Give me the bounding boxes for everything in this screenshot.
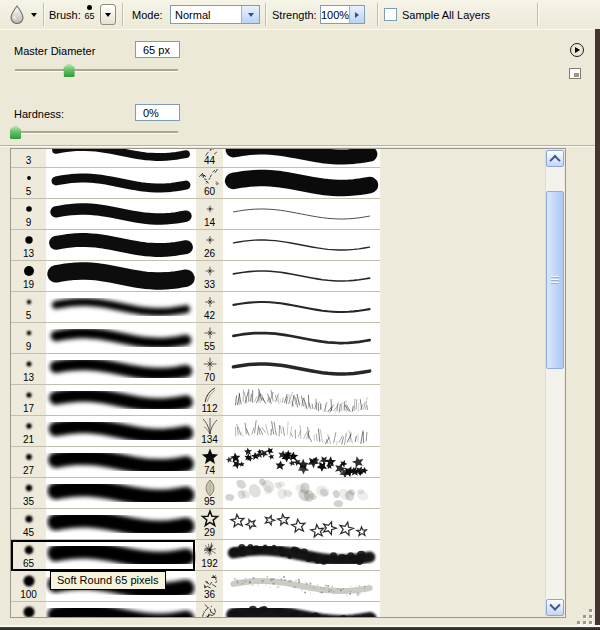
brush-stroke-preview[interactable] xyxy=(46,354,196,384)
brush-tip-icon-star xyxy=(196,354,223,374)
strength-field[interactable]: 100% xyxy=(320,5,365,24)
brush-stroke-preview[interactable] xyxy=(223,571,380,601)
brush-size-label: 192 xyxy=(196,559,223,569)
flyout-arrow-icon xyxy=(575,47,580,53)
brush-tip-icon-dune-grass xyxy=(196,385,223,405)
brush-stroke-preview[interactable] xyxy=(223,168,380,198)
brush-stroke-preview[interactable] xyxy=(46,168,196,198)
brush-tip-icon-soft-round xyxy=(11,478,46,498)
brush-tip-icon-soft-round xyxy=(11,292,46,312)
create-new-brush-button[interactable] xyxy=(569,68,581,79)
brush-picker-panel: Brush: 65 Mode: Normal Strength: 100% Sa… xyxy=(0,0,600,630)
new-brush-fold-icon xyxy=(574,73,579,77)
brush-row: 955 xyxy=(11,323,546,354)
brush-tip-icon-grass xyxy=(196,416,223,436)
brush-stroke-preview[interactable] xyxy=(223,354,380,384)
hardness-slider-thumb[interactable] xyxy=(10,125,21,139)
brush-row: 1326 xyxy=(11,230,546,261)
brush-stroke-preview[interactable] xyxy=(223,230,380,260)
brush-tip-icon-soft-round xyxy=(11,509,46,529)
brush-stroke-preview[interactable] xyxy=(223,447,380,477)
brush-stroke-preview[interactable] xyxy=(46,509,196,539)
hardness-input[interactable] xyxy=(135,104,180,121)
brush-stroke-preview[interactable] xyxy=(223,199,380,229)
brush-stroke-preview[interactable] xyxy=(223,540,380,570)
hardness-slider-track[interactable] xyxy=(10,131,178,133)
brush-preview[interactable]: 65 xyxy=(80,4,99,26)
brush-row: 560 xyxy=(11,168,546,199)
palette-menu-button[interactable] xyxy=(570,43,584,57)
brush-stroke-preview[interactable] xyxy=(223,478,380,508)
brush-size-label: 5 xyxy=(11,311,46,321)
selected-brush-outline xyxy=(11,540,195,571)
brush-stroke-preview[interactable] xyxy=(46,292,196,322)
brush-stroke-preview[interactable] xyxy=(46,261,196,291)
brush-stroke-preview[interactable] xyxy=(223,323,380,353)
brush-tip-icon-hard-round xyxy=(11,168,46,188)
brush-stroke-preview[interactable] xyxy=(223,416,380,446)
brush-stroke-preview[interactable] xyxy=(223,261,380,291)
tool-preset-arrow-icon[interactable] xyxy=(31,13,37,17)
resize-grip[interactable] xyxy=(575,607,593,625)
brush-stroke-preview[interactable] xyxy=(46,149,196,167)
brush-tip-icon-star xyxy=(196,230,223,250)
brush-stroke-preview[interactable] xyxy=(223,385,380,415)
brush-size-label: 112 xyxy=(196,404,223,414)
brush-stroke-preview[interactable] xyxy=(46,323,196,353)
brush-size-label: 3 xyxy=(11,156,46,166)
brush-stroke-preview[interactable] xyxy=(223,602,380,617)
scrollbar-grip xyxy=(551,276,559,284)
strength-slider-button[interactable] xyxy=(349,6,364,23)
hardness-label: Hardness: xyxy=(14,108,64,120)
master-diameter-input[interactable] xyxy=(135,41,180,58)
brush-size-label: 27 xyxy=(11,466,46,476)
scroll-down-button[interactable] xyxy=(546,599,564,616)
brush-stroke-preview[interactable] xyxy=(223,149,380,167)
brush-stroke-preview[interactable] xyxy=(46,478,196,508)
brush-stroke-preview[interactable] xyxy=(46,230,196,260)
brush-size-label: 60 xyxy=(196,187,223,197)
brush-size-value: 65 xyxy=(80,11,99,21)
scrollbar-thumb[interactable] xyxy=(546,191,564,369)
brush-stroke-preview[interactable] xyxy=(46,199,196,229)
mode-dropdown-button[interactable] xyxy=(241,6,259,23)
brush-row: 21134 xyxy=(11,416,546,447)
brush-stroke-preview[interactable] xyxy=(46,385,196,415)
brush-stroke-preview[interactable] xyxy=(223,509,380,539)
sample-all-layers-checkbox[interactable] xyxy=(384,8,397,21)
chevron-up-icon xyxy=(549,154,560,165)
master-diameter-slider-thumb[interactable] xyxy=(64,63,75,77)
scroll-up-button[interactable] xyxy=(546,150,564,167)
toolbar-separator xyxy=(377,3,379,26)
master-diameter-slider-track[interactable] xyxy=(15,69,178,71)
chevron-down-icon xyxy=(248,13,254,17)
brush-picker-dropdown-button[interactable] xyxy=(100,4,116,25)
brush-tip-icon-star xyxy=(196,199,223,219)
brush-size-label: 55 xyxy=(196,342,223,352)
brush-row: 2774 xyxy=(11,447,546,478)
brush-stroke-preview[interactable] xyxy=(46,447,196,477)
brush-tip-icon-charcoal xyxy=(196,602,223,617)
brush-stroke-preview[interactable] xyxy=(46,416,196,446)
brush-size-label: 45 xyxy=(11,528,46,538)
brush-tip-icon-hard-round xyxy=(11,261,46,281)
tooltip: Soft Round 65 pixels xyxy=(50,571,166,590)
brush-size-label: 26 xyxy=(196,249,223,259)
strength-label: Strength: xyxy=(272,9,317,21)
brush-label: Brush: xyxy=(49,9,81,21)
vertical-scrollbar[interactable] xyxy=(545,150,564,616)
blur-tool-icon[interactable] xyxy=(8,5,26,26)
mode-selected-value: Normal xyxy=(171,9,241,21)
brush-stroke-preview[interactable] xyxy=(223,292,380,322)
brush-stroke-preview[interactable] xyxy=(46,602,196,617)
brush-tip-icon-soft-round xyxy=(11,416,46,436)
brush-tip-icon-hard-round xyxy=(11,230,46,250)
brush-tip-icon-scattered-leaves xyxy=(196,478,223,498)
mode-select[interactable]: Normal xyxy=(170,5,260,24)
brush-size-label: 134 xyxy=(196,435,223,445)
brush-preset-list: 3445609141326193354295513701711221134277… xyxy=(10,148,566,618)
brush-size-label: 9 xyxy=(11,218,46,228)
brush-size-label: 44 xyxy=(196,156,223,166)
brush-size-label: 70 xyxy=(196,373,223,383)
brush-size-label: 100 xyxy=(11,590,46,600)
